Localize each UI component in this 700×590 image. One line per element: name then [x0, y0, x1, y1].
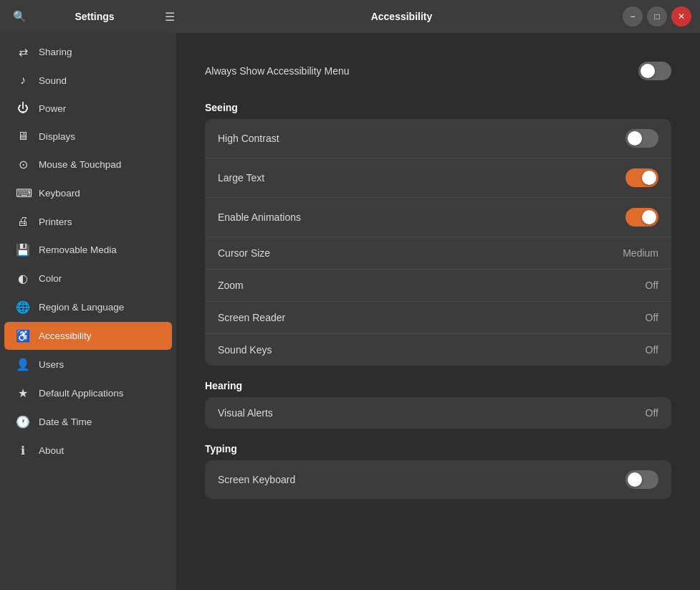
- minimize-button[interactable]: −: [623, 6, 643, 27]
- setting-row-sound-keys[interactable]: Sound KeysOff: [205, 333, 671, 366]
- sidebar-item-color[interactable]: ◐Color: [4, 265, 172, 292]
- search-icon: 🔍: [13, 10, 27, 23]
- window-controls: − □ ✕: [623, 6, 691, 27]
- sidebar-item-mouse-touchpad[interactable]: ⊙Mouse & Touchpad: [4, 151, 172, 179]
- screen-keyboard-toggle[interactable]: [625, 470, 658, 489]
- row-value: Medium: [623, 247, 658, 259]
- settings-title: Settings: [36, 11, 153, 22]
- setting-row-enable-animations[interactable]: Enable Animations: [205, 197, 671, 237]
- sidebar-item-date-time[interactable]: 🕐Date & Time: [4, 408, 172, 436]
- sidebar-label-default-applications: Default Applications: [39, 388, 124, 399]
- sidebar-label-region-language: Region & Language: [39, 302, 124, 313]
- sidebar-label-mouse-touchpad: Mouse & Touchpad: [39, 159, 121, 170]
- sidebar-item-sharing[interactable]: ⇄Sharing: [4, 38, 172, 66]
- sidebar-item-displays[interactable]: 🖥Displays: [4, 123, 172, 150]
- menu-button[interactable]: ☰: [159, 6, 181, 27]
- removable-media-icon: 💾: [16, 243, 30, 257]
- sidebar-label-accessibility: Accessibility: [39, 330, 92, 341]
- sidebar-label-displays: Displays: [39, 131, 75, 142]
- page-title: Accessibility: [371, 11, 433, 22]
- enable-animations-label: Enable Animations: [218, 211, 301, 223]
- sound-icon: ♪: [16, 74, 30, 87]
- high-contrast-label: High Contrast: [218, 133, 279, 144]
- sidebar-label-sound: Sound: [39, 75, 67, 86]
- about-icon: ℹ: [16, 444, 30, 457]
- setting-row-high-contrast[interactable]: High Contrast: [205, 119, 671, 158]
- sidebar-item-about[interactable]: ℹAbout: [4, 437, 172, 465]
- visual-alerts-label: Visual Alerts: [218, 407, 273, 419]
- displays-icon: 🖥: [16, 130, 30, 143]
- setting-row-large-text[interactable]: Large Text: [205, 158, 671, 197]
- always-show-label: Always Show Accessibility Menu: [205, 65, 350, 77]
- users-icon: 👤: [16, 358, 30, 371]
- sidebar-label-power: Power: [39, 103, 66, 114]
- accessibility-icon: ♿: [16, 329, 30, 343]
- titlebar-left: 🔍 Settings ☰: [9, 6, 181, 27]
- sidebar-label-date-time: Date & Time: [39, 417, 92, 427]
- region-language-icon: 🌐: [16, 300, 30, 314]
- row-value: Off: [646, 407, 658, 419]
- sidebar-label-printers: Printers: [39, 217, 72, 227]
- row-value: Off: [646, 280, 658, 291]
- setting-row-zoom[interactable]: ZoomOff: [205, 269, 671, 301]
- sidebar-item-power[interactable]: ⏻Power: [4, 95, 172, 122]
- sidebar-item-region-language[interactable]: 🌐Region & Language: [4, 293, 172, 321]
- high-contrast-toggle[interactable]: [625, 129, 658, 148]
- screen-keyboard-label: Screen Keyboard: [218, 474, 295, 485]
- titlebar-center: Accessibility: [181, 11, 623, 22]
- close-button[interactable]: ✕: [671, 6, 691, 27]
- minimize-icon: −: [630, 11, 635, 22]
- sidebar-item-removable-media[interactable]: 💾Removable Media: [4, 236, 172, 264]
- toggle-knob: [628, 131, 642, 146]
- setting-row-screen-reader[interactable]: Screen ReaderOff: [205, 301, 671, 333]
- maximize-button[interactable]: □: [647, 6, 667, 27]
- seeing-card: High ContrastLarge TextEnable Animations…: [205, 119, 671, 366]
- sidebar-label-users: Users: [39, 359, 64, 370]
- typing-card: Screen Keyboard: [205, 460, 671, 499]
- sound-keys-label: Sound Keys: [218, 344, 272, 356]
- sidebar: ⇄Sharing♪Sound⏻Power🖥Displays⊙Mouse & To…: [0, 33, 176, 590]
- search-button[interactable]: 🔍: [9, 6, 30, 27]
- row-value: Off: [646, 344, 658, 356]
- default-applications-icon: ★: [16, 386, 30, 400]
- setting-row-cursor-size[interactable]: Cursor SizeMedium: [205, 237, 671, 269]
- always-show-toggle[interactable]: [638, 62, 671, 80]
- sidebar-item-sound[interactable]: ♪Sound: [4, 67, 172, 94]
- sharing-icon: ⇄: [16, 45, 30, 59]
- enable-animations-toggle[interactable]: [625, 208, 658, 227]
- always-show-row[interactable]: Always Show Accessibility Menu: [205, 54, 671, 95]
- keyboard-icon: ⌨: [16, 186, 30, 200]
- main-layout: ⇄Sharing♪Sound⏻Power🖥Displays⊙Mouse & To…: [0, 33, 700, 590]
- sidebar-label-color: Color: [39, 273, 62, 284]
- sidebar-item-users[interactable]: 👤Users: [4, 351, 172, 379]
- sidebar-item-accessibility[interactable]: ♿Accessibility: [4, 322, 172, 350]
- sidebar-label-about: About: [39, 445, 64, 456]
- seeing-section-header: Seeing: [205, 102, 671, 113]
- sidebar-item-default-applications[interactable]: ★Default Applications: [4, 379, 172, 407]
- setting-row-screen-keyboard[interactable]: Screen Keyboard: [205, 460, 671, 499]
- setting-row-visual-alerts[interactable]: Visual AlertsOff: [205, 397, 671, 429]
- large-text-toggle[interactable]: [625, 168, 658, 187]
- color-icon: ◐: [16, 272, 30, 285]
- screen-reader-label: Screen Reader: [218, 312, 285, 323]
- maximize-icon: □: [654, 11, 659, 22]
- content-area: Always Show Accessibility Menu Seeing Hi…: [176, 33, 700, 590]
- date-time-icon: 🕐: [16, 415, 30, 429]
- toggle-knob: [628, 472, 642, 487]
- titlebar: 🔍 Settings ☰ Accessibility − □ ✕: [0, 0, 700, 33]
- zoom-label: Zoom: [218, 280, 244, 291]
- sidebar-label-removable-media: Removable Media: [39, 244, 117, 255]
- sidebar-item-keyboard[interactable]: ⌨Keyboard: [4, 179, 172, 207]
- toggle-knob: [642, 171, 656, 185]
- power-icon: ⏻: [16, 102, 30, 115]
- row-value: Off: [646, 312, 658, 323]
- close-icon: ✕: [678, 11, 685, 22]
- sidebar-item-printers[interactable]: 🖨Printers: [4, 208, 172, 235]
- hearing-section-header: Hearing: [205, 380, 671, 391]
- toggle-knob: [641, 64, 655, 78]
- large-text-label: Large Text: [218, 172, 264, 184]
- mouse-touchpad-icon: ⊙: [16, 158, 30, 171]
- printers-icon: 🖨: [16, 215, 30, 228]
- typing-section-header: Typing: [205, 443, 671, 455]
- menu-icon: ☰: [165, 10, 175, 24]
